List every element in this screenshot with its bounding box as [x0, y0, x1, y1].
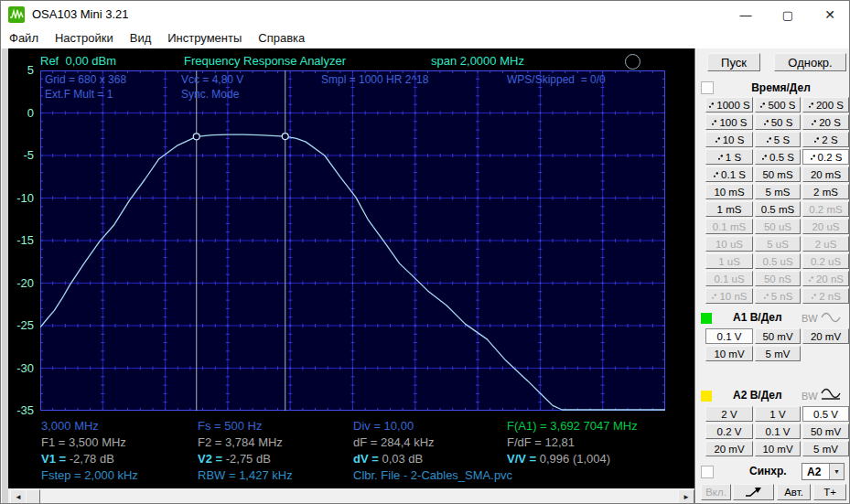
menu-item[interactable]: Инструменты [159, 28, 250, 48]
sync-auto-button[interactable]: Авт. [777, 484, 811, 500]
time-div-button: 20 uS [802, 219, 849, 234]
a1-vdiv-button[interactable]: 20 mV [802, 328, 849, 344]
time-div-button: 2 uS [802, 236, 849, 252]
chevron-down-icon[interactable]: ▼ [829, 464, 844, 479]
scrollbar-thumb[interactable] [26, 489, 40, 504]
trigger-slope-button[interactable] [733, 484, 774, 500]
measurement-readout: dF = 284,4 kHz [353, 435, 435, 449]
measurement-readout: F(A1) = 3,692 7047 MHz [507, 419, 638, 433]
scroll-right-icon[interactable]: ► [678, 489, 694, 504]
time-div-button[interactable]: 50 mS [755, 166, 801, 182]
a2-vdiv-label: A2 В/Дел [733, 389, 782, 402]
a1-vdiv-button[interactable]: 5 mV [755, 346, 801, 361]
a2-vdiv-button[interactable]: 0.1 V [755, 424, 801, 439]
a2-vdiv-button[interactable]: 5 mV [802, 441, 849, 456]
a1-vdiv-button[interactable]: 10 mV [705, 346, 753, 361]
run-button[interactable]: Пуск [707, 53, 760, 71]
mode-dot-icon [808, 102, 814, 109]
time-div-button[interactable]: 20 mS [802, 166, 849, 182]
mode-dot-icon [810, 154, 816, 161]
time-div-button[interactable]: 200 S [802, 97, 849, 113]
mode-dot-icon [808, 275, 814, 283]
time-div-button[interactable]: 0.1 S [705, 166, 753, 182]
sync-checkbox[interactable] [701, 466, 714, 478]
time-div-button[interactable]: 0.5 mS [755, 201, 801, 217]
time-div-button[interactable]: 2 mS [802, 184, 849, 199]
time-div-button[interactable]: 1 S [705, 149, 753, 165]
mode-dot-icon [813, 136, 820, 144]
time-div-button[interactable]: 5 mS [755, 184, 801, 199]
channel-a1-indicator[interactable] [701, 313, 712, 324]
time-div-button: 0.1 mS [705, 219, 753, 234]
time-div-button: 50 nS [755, 271, 801, 286]
time-div-button[interactable]: 10 mS [705, 184, 753, 199]
horizontal-scrollbar[interactable]: ◄ ► [8, 488, 694, 504]
single-shot-button[interactable]: Однокр. [774, 53, 846, 71]
span-readout: span 2,0000 MHz [431, 54, 524, 68]
ext-mult-readout: Ext.F Mult = 1 [45, 88, 113, 101]
a2-vdiv-button[interactable]: 50 mV [802, 424, 849, 439]
time-div-button: 1 uS [705, 253, 753, 269]
measurement-readout: Fstep = 2,000 kHz [41, 468, 138, 482]
time-div-button[interactable]: 10 S [705, 132, 753, 147]
sample-readout: Smpl = 1000 HR 2^18 [321, 73, 428, 86]
time-div-button[interactable]: 0.5 S [755, 149, 801, 165]
time-div-button[interactable]: 20 S [802, 114, 849, 130]
time-div-button[interactable]: 5 S [755, 132, 801, 147]
minimize-button[interactable]: — [725, 1, 767, 28]
marker-2-handle[interactable] [282, 134, 288, 140]
app-window: OSA103 Mini 3.21 — ▢ ✕ ФайлНастройкиВидИ… [0, 0, 850, 504]
measurement-readout: F2 = 3,784 MHz [198, 435, 283, 449]
mode-dot-icon [711, 119, 717, 126]
y-axis-tick-label: -30 [6, 361, 34, 375]
measurement-readout: dV = 0,03 dB [353, 452, 423, 466]
a2-vdiv-button[interactable]: 2 V [705, 406, 753, 422]
menu-item[interactable]: Вид [122, 28, 160, 48]
marker-1-handle[interactable] [193, 134, 199, 140]
measurement-readout: Clbr. File - 2-Cables_SMA.pvc [353, 468, 512, 482]
y-axis-tick-label: 0 [6, 106, 34, 120]
time-div-button: 10 nS [705, 288, 753, 304]
a2-bw-label[interactable]: BW [802, 391, 818, 402]
time-div-checkbox[interactable] [701, 81, 714, 94]
time-div-button[interactable]: 0.2 S [802, 149, 849, 165]
maximize-button[interactable]: ▢ [767, 1, 809, 28]
time-div-button[interactable]: 2 S [802, 132, 849, 147]
a1-coupling-sine-icon[interactable] [820, 312, 842, 323]
menu-item[interactable]: Файл [1, 28, 47, 48]
a2-vdiv-button[interactable]: 20 mV [705, 441, 753, 456]
menu-item[interactable]: Настройки [47, 28, 122, 48]
grid-size-readout: Grid = 680 x 368 [45, 73, 126, 86]
time-div-grid: 1000 S500 S200 S100 S50 S20 S10 S5 S2 S1… [705, 97, 849, 304]
measurement-readout: V/V = 0,996 (1,004) [507, 452, 610, 466]
a1-vdiv-button[interactable]: 50 mV [755, 328, 801, 344]
measurement-readout: F1 = 3,500 MHz [41, 435, 126, 449]
mode-dot-icon [711, 293, 717, 300]
scroll-left-icon[interactable]: ◄ [10, 489, 27, 504]
time-div-button: 10 uS [705, 236, 753, 252]
vcc-readout: Vcc = 4,80 V [181, 73, 243, 86]
a1-bw-label[interactable]: BW [802, 313, 818, 324]
app-logo-icon [8, 6, 25, 23]
time-div-button[interactable]: 1 mS [705, 201, 753, 217]
time-div-button[interactable]: 500 S [755, 97, 801, 113]
mode-dot-icon [713, 171, 719, 178]
y-axis-tick-label: -15 [6, 233, 34, 247]
time-div-button[interactable]: 50 S [755, 114, 801, 130]
time-div-button[interactable]: 1000 S [705, 97, 753, 113]
channel-a2-indicator[interactable] [701, 391, 712, 402]
sync-source-select[interactable]: A2 ▼ [802, 463, 845, 480]
sync-tplus-button[interactable]: T+ [813, 484, 846, 500]
mode-dot-icon [763, 119, 769, 126]
a2-vdiv-button[interactable]: 0.5 V [802, 406, 849, 422]
a2-coupling-sine-icon[interactable] [820, 388, 842, 401]
menu-item[interactable]: Справка [250, 28, 313, 48]
time-div-button[interactable]: 100 S [705, 114, 753, 130]
a1-vdiv-button[interactable]: 0.1 V [705, 328, 753, 344]
y-axis-tick-label: -35 [6, 403, 34, 417]
close-button[interactable]: ✕ [809, 1, 850, 28]
a2-vdiv-button[interactable]: 0.2 V [705, 424, 753, 439]
a2-vdiv-button[interactable]: 10 mV [755, 441, 801, 456]
a2-vdiv-grid: 2 V1 V0.5 V0.2 V0.1 V50 mV20 mV10 mV5 mV [705, 406, 849, 456]
a2-vdiv-button[interactable]: 1 V [755, 406, 801, 422]
